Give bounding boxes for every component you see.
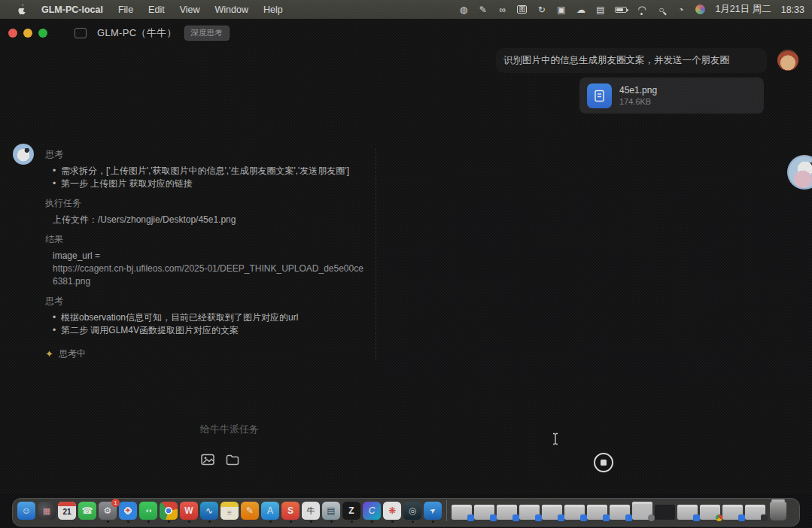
apple-menu-icon[interactable] xyxy=(9,4,34,15)
dock-chrome-icon[interactable] xyxy=(160,502,178,523)
sync-icon[interactable]: ↻ xyxy=(537,5,546,14)
dock-glmpc-icon[interactable]: 牛 xyxy=(302,502,320,523)
weather-icon[interactable]: ☁ xyxy=(576,5,585,14)
trash-icon[interactable] xyxy=(770,502,786,520)
folder-upload-button[interactable] xyxy=(225,453,240,466)
dock-capcut-icon[interactable]: Z xyxy=(342,502,360,523)
task-input-area[interactable]: 给牛牛派任务 xyxy=(192,415,613,483)
close-window-button[interactable] xyxy=(8,29,17,38)
wifi-icon[interactable]: ◠ xyxy=(637,5,646,14)
thinking-status-label: 思考中 xyxy=(59,347,86,360)
dock-settings-icon[interactable]: ⚙1 xyxy=(99,502,117,523)
menu-time[interactable]: 18:33 xyxy=(781,5,804,15)
stop-icon xyxy=(601,460,607,466)
remote-icon[interactable]: ∞ xyxy=(497,5,507,14)
history-sidebar-icon[interactable] xyxy=(75,28,87,38)
minimized-window[interactable] xyxy=(474,505,494,523)
minimized-window[interactable] xyxy=(587,505,607,523)
section-label: 结果 xyxy=(45,233,365,246)
attachment-filesize: 174.6KB xyxy=(619,97,657,106)
think-bullet: 根据observation信息可知，目前已经获取到了图片对应的url xyxy=(53,311,365,324)
dock-safari-icon[interactable]: ✦ xyxy=(119,502,137,523)
window-title: GLM-PC（牛牛） xyxy=(97,26,177,40)
pen-icon[interactable]: ✎ xyxy=(478,5,488,14)
minimized-window[interactable] xyxy=(519,505,540,523)
menu-item-view[interactable]: View xyxy=(172,0,208,19)
user-avatar xyxy=(777,50,798,71)
task-line: 上传文件：/Users/zhongjie/Desktop/45e1.png xyxy=(53,214,365,226)
minimized-window[interactable] xyxy=(655,505,675,523)
section-label: 执行任务 xyxy=(45,197,365,210)
search-icon[interactable]: ○ xyxy=(656,5,666,14)
menu-item-file[interactable]: File xyxy=(111,0,141,19)
menu-date[interactable]: 1月21日 周二 xyxy=(715,3,771,16)
input-method-icon[interactable]: 图 xyxy=(517,5,527,14)
dock-wps-icon[interactable]: W xyxy=(180,502,198,523)
shield-icon[interactable]: ◍ xyxy=(458,5,468,14)
dock-notes-icon[interactable]: ≡ xyxy=(220,502,239,523)
result-url[interactable]: https://ccagent.cn-bj.ufileos.com/2025-0… xyxy=(53,262,365,288)
user-message-text: 识别图片中的信息生成朋友圈文案，并发送一个朋友圈 xyxy=(503,54,759,67)
dock-cloud-icon[interactable]: ∿ xyxy=(200,502,218,523)
battery-icon[interactable] xyxy=(615,7,627,13)
dock-darksearch-icon[interactable]: ◎ xyxy=(403,502,421,523)
text-cursor xyxy=(552,432,559,448)
minimize-window-button[interactable] xyxy=(23,29,32,38)
menu-item-edit[interactable]: Edit xyxy=(141,0,172,19)
stage-manager-icon[interactable]: ▤ xyxy=(595,5,605,14)
assistant-avatar xyxy=(13,144,34,165)
attachment-card[interactable]: 45e1.png 174.6KB xyxy=(579,77,764,114)
result-line: image_url = xyxy=(53,250,365,262)
file-icon xyxy=(587,83,612,108)
think-bullet: 第一步 上传图片 获取对应的链接 xyxy=(53,178,365,190)
control-center-icon[interactable]: ◔ xyxy=(676,5,686,14)
dock-atom-icon[interactable]: ❋ xyxy=(383,502,401,523)
minimized-window[interactable] xyxy=(542,505,562,523)
minimized-window[interactable] xyxy=(700,505,720,523)
dock-finder-icon[interactable]: ☺ xyxy=(17,502,35,523)
zoom-window-button[interactable] xyxy=(38,29,47,38)
menu-app-name[interactable]: GLM-PC-local xyxy=(34,0,111,19)
notification-badge: 1 xyxy=(111,499,120,507)
dock-appstore-icon[interactable]: A xyxy=(261,502,279,523)
sparkle-icon: ✦ xyxy=(45,348,53,360)
display-icon[interactable]: ▣ xyxy=(556,5,566,14)
dock-facetime-icon[interactable]: ☎ xyxy=(78,502,96,523)
menu-item-window[interactable]: Window xyxy=(208,0,256,19)
dock-windows xyxy=(452,502,765,523)
response-section-task: 执行任务 上传文件：/Users/zhongjie/Desktop/45e1.p… xyxy=(45,197,365,226)
dock-canva-icon[interactable]: C xyxy=(363,502,381,523)
assistant-response: 思考 需求拆分，['上传图片','获取图片中的信息','生成朋友圈文案','发送… xyxy=(45,148,376,360)
stop-button[interactable] xyxy=(594,453,613,472)
section-label: 思考 xyxy=(45,148,365,161)
minimized-window[interactable] xyxy=(745,505,765,523)
minimized-window[interactable] xyxy=(564,505,585,523)
user-message-bubble: 识别图片中的信息生成朋友圈文案，并发送一个朋友圈 xyxy=(496,48,767,73)
thinking-status: ✦ 思考中 xyxy=(45,347,365,360)
dock-sred-icon[interactable]: S xyxy=(281,502,300,523)
response-section-think-2: 思考 根据observation信息可知，目前已经获取到了图片对应的url 第二… xyxy=(45,295,365,337)
dock-wechat-icon[interactable]: ◖◗ xyxy=(139,502,157,523)
minimized-window[interactable] xyxy=(632,502,652,523)
response-section-result: 结果 image_url = https://ccagent.cn-bj.ufi… xyxy=(45,233,365,288)
dock-calendar-icon[interactable]: 21 xyxy=(58,502,76,523)
image-upload-button[interactable] xyxy=(200,453,215,466)
attachment-filename: 45e1.png xyxy=(619,85,657,96)
dock-utility-icon[interactable]: ▤ xyxy=(322,502,340,523)
minimized-window[interactable] xyxy=(497,505,517,523)
menu-item-help[interactable]: Help xyxy=(256,0,290,19)
minimized-window[interactable] xyxy=(677,505,698,523)
think-bullet: 第二步 调用GLM4V函数提取图片对应的文案 xyxy=(53,324,365,337)
menu-bar: GLM-PC-local File Edit View Window Help … xyxy=(0,0,812,19)
minimized-window[interactable] xyxy=(722,505,743,523)
think-bullet: 需求拆分，['上传图片','获取图片中的信息','生成朋友圈文案','发送朋友圈… xyxy=(53,165,365,178)
minimized-window[interactable] xyxy=(452,505,472,523)
minimized-window[interactable] xyxy=(610,505,630,523)
dock-pen-icon[interactable]: ✎ xyxy=(241,502,259,523)
window-titlebar: GLM-PC（牛牛） 深度思考 xyxy=(0,23,812,44)
dock-launchpad-icon[interactable]: ▦ xyxy=(38,502,56,523)
dock: ☺▦21☎⚙1✦◖◗W∿≡✎AS牛▤ZC❋◎➤ xyxy=(12,498,800,526)
siri-icon[interactable] xyxy=(695,5,705,14)
deep-think-mode-badge[interactable]: 深度思考 xyxy=(184,26,230,41)
dock-pointer-icon[interactable]: ➤ xyxy=(424,502,442,523)
